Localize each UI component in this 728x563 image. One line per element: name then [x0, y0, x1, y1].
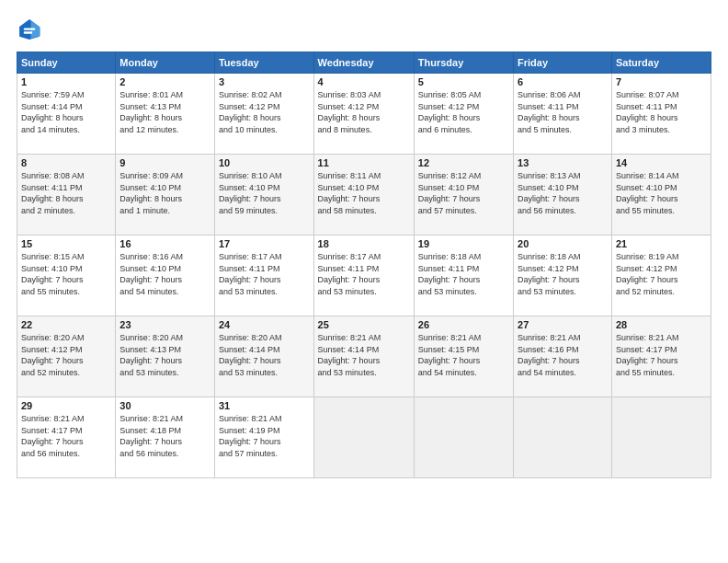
svg-rect-3: [24, 31, 32, 33]
col-header-friday: Friday: [514, 52, 612, 74]
calendar-cell: 31Sunrise: 8:21 AMSunset: 4:19 PMDayligh…: [214, 397, 313, 478]
calendar-cell: 24Sunrise: 8:20 AMSunset: 4:14 PMDayligh…: [214, 316, 313, 397]
day-number: 16: [119, 238, 210, 249]
calendar-cell: 7Sunrise: 8:07 AMSunset: 4:11 PMDaylight…: [611, 74, 711, 155]
svg-rect-2: [24, 28, 35, 29]
day-number: 19: [418, 238, 509, 249]
calendar-cell: 22Sunrise: 8:20 AMSunset: 4:12 PMDayligh…: [17, 316, 116, 397]
calendar-cell: 13Sunrise: 8:13 AMSunset: 4:10 PMDayligh…: [514, 155, 612, 236]
calendar-cell: [611, 397, 711, 478]
day-number: 26: [418, 319, 509, 330]
calendar-cell: 8Sunrise: 8:08 AMSunset: 4:11 PMDaylight…: [17, 155, 116, 236]
day-number: 6: [518, 76, 608, 87]
cell-content: Sunrise: 8:21 AMSunset: 4:19 PMDaylight:…: [219, 413, 310, 459]
day-number: 8: [21, 157, 111, 168]
cell-content: Sunrise: 8:06 AMSunset: 4:11 PMDaylight:…: [518, 89, 608, 135]
cell-content: Sunrise: 8:21 AMSunset: 4:17 PMDaylight:…: [616, 332, 707, 378]
logo-icon: [17, 17, 42, 42]
cell-content: Sunrise: 8:21 AMSunset: 4:15 PMDaylight:…: [418, 332, 509, 378]
cell-content: Sunrise: 8:01 AMSunset: 4:13 PMDaylight:…: [119, 89, 210, 135]
cell-content: Sunrise: 8:07 AMSunset: 4:11 PMDaylight:…: [616, 89, 707, 135]
calendar-header-row: SundayMondayTuesdayWednesdayThursdayFrid…: [17, 52, 711, 74]
day-number: 5: [418, 76, 509, 87]
cell-content: Sunrise: 8:10 AMSunset: 4:10 PMDaylight:…: [219, 170, 310, 216]
day-number: 4: [318, 76, 410, 87]
day-number: 29: [21, 400, 111, 411]
calendar-cell: 21Sunrise: 8:19 AMSunset: 4:12 PMDayligh…: [611, 236, 711, 316]
calendar-week-row: 22Sunrise: 8:20 AMSunset: 4:12 PMDayligh…: [17, 316, 711, 397]
calendar-cell: 5Sunrise: 8:05 AMSunset: 4:12 PMDaylight…: [414, 74, 513, 155]
calendar-week-row: 29Sunrise: 8:21 AMSunset: 4:17 PMDayligh…: [17, 397, 711, 478]
cell-content: Sunrise: 8:21 AMSunset: 4:18 PMDaylight:…: [119, 413, 210, 459]
day-number: 27: [518, 319, 608, 330]
calendar-cell: 28Sunrise: 8:21 AMSunset: 4:17 PMDayligh…: [611, 316, 711, 397]
calendar-cell: 18Sunrise: 8:17 AMSunset: 4:11 PMDayligh…: [313, 236, 414, 316]
cell-content: Sunrise: 8:18 AMSunset: 4:11 PMDaylight:…: [418, 251, 509, 297]
cell-content: Sunrise: 7:59 AMSunset: 4:14 PMDaylight:…: [21, 89, 111, 135]
cell-content: Sunrise: 8:09 AMSunset: 4:10 PMDaylight:…: [119, 170, 210, 216]
col-header-saturday: Saturday: [611, 52, 711, 74]
cell-content: Sunrise: 8:14 AMSunset: 4:10 PMDaylight:…: [616, 170, 707, 216]
day-number: 15: [21, 238, 111, 249]
day-number: 11: [318, 157, 410, 168]
cell-content: Sunrise: 8:17 AMSunset: 4:11 PMDaylight:…: [219, 251, 310, 297]
day-number: 18: [318, 238, 410, 249]
calendar-cell: 3Sunrise: 8:02 AMSunset: 4:12 PMDaylight…: [214, 74, 313, 155]
col-header-monday: Monday: [116, 52, 215, 74]
calendar-cell: 29Sunrise: 8:21 AMSunset: 4:17 PMDayligh…: [17, 397, 116, 478]
header: [17, 17, 711, 42]
day-number: 24: [219, 319, 310, 330]
day-number: 25: [318, 319, 410, 330]
calendar-cell: [313, 397, 414, 478]
calendar-week-row: 15Sunrise: 8:15 AMSunset: 4:10 PMDayligh…: [17, 236, 711, 316]
day-number: 14: [616, 157, 707, 168]
cell-content: Sunrise: 8:21 AMSunset: 4:17 PMDaylight:…: [21, 413, 111, 459]
day-number: 22: [21, 319, 111, 330]
cell-content: Sunrise: 8:05 AMSunset: 4:12 PMDaylight:…: [418, 89, 509, 135]
cell-content: Sunrise: 8:20 AMSunset: 4:12 PMDaylight:…: [21, 332, 111, 378]
calendar-week-row: 8Sunrise: 8:08 AMSunset: 4:11 PMDaylight…: [17, 155, 711, 236]
col-header-sunday: Sunday: [17, 52, 116, 74]
day-number: 28: [616, 319, 707, 330]
logo: [17, 17, 46, 42]
cell-content: Sunrise: 8:21 AMSunset: 4:14 PMDaylight:…: [318, 332, 410, 378]
calendar-cell: 23Sunrise: 8:20 AMSunset: 4:13 PMDayligh…: [116, 316, 215, 397]
col-header-wednesday: Wednesday: [313, 52, 414, 74]
calendar-cell: 30Sunrise: 8:21 AMSunset: 4:18 PMDayligh…: [116, 397, 215, 478]
calendar-cell: 6Sunrise: 8:06 AMSunset: 4:11 PMDaylight…: [514, 74, 612, 155]
calendar-cell: 2Sunrise: 8:01 AMSunset: 4:13 PMDaylight…: [116, 74, 215, 155]
cell-content: Sunrise: 8:03 AMSunset: 4:12 PMDaylight:…: [318, 89, 410, 135]
day-number: 30: [119, 400, 210, 411]
calendar-cell: 27Sunrise: 8:21 AMSunset: 4:16 PMDayligh…: [514, 316, 612, 397]
cell-content: Sunrise: 8:19 AMSunset: 4:12 PMDaylight:…: [616, 251, 707, 297]
calendar-cell: 26Sunrise: 8:21 AMSunset: 4:15 PMDayligh…: [414, 316, 513, 397]
day-number: 21: [616, 238, 707, 249]
day-number: 31: [219, 400, 310, 411]
calendar-cell: 16Sunrise: 8:16 AMSunset: 4:10 PMDayligh…: [116, 236, 215, 316]
calendar-week-row: 1Sunrise: 7:59 AMSunset: 4:14 PMDaylight…: [17, 74, 711, 155]
cell-content: Sunrise: 8:20 AMSunset: 4:14 PMDaylight:…: [219, 332, 310, 378]
calendar-cell: 9Sunrise: 8:09 AMSunset: 4:10 PMDaylight…: [116, 155, 215, 236]
cell-content: Sunrise: 8:13 AMSunset: 4:10 PMDaylight:…: [518, 170, 608, 216]
cell-content: Sunrise: 8:11 AMSunset: 4:10 PMDaylight:…: [318, 170, 410, 216]
cell-content: Sunrise: 8:08 AMSunset: 4:11 PMDaylight:…: [21, 170, 111, 216]
cell-content: Sunrise: 8:18 AMSunset: 4:12 PMDaylight:…: [518, 251, 608, 297]
calendar-cell: 17Sunrise: 8:17 AMSunset: 4:11 PMDayligh…: [214, 236, 313, 316]
calendar-cell: 19Sunrise: 8:18 AMSunset: 4:11 PMDayligh…: [414, 236, 513, 316]
calendar-cell: 1Sunrise: 7:59 AMSunset: 4:14 PMDaylight…: [17, 74, 116, 155]
day-number: 7: [616, 76, 707, 87]
calendar-cell: 15Sunrise: 8:15 AMSunset: 4:10 PMDayligh…: [17, 236, 116, 316]
cell-content: Sunrise: 8:16 AMSunset: 4:10 PMDaylight:…: [119, 251, 210, 297]
page: SundayMondayTuesdayWednesdayThursdayFrid…: [0, 0, 728, 563]
calendar-cell: [514, 397, 612, 478]
calendar-cell: 25Sunrise: 8:21 AMSunset: 4:14 PMDayligh…: [313, 316, 414, 397]
day-number: 20: [518, 238, 608, 249]
col-header-thursday: Thursday: [414, 52, 513, 74]
day-number: 12: [418, 157, 509, 168]
cell-content: Sunrise: 8:02 AMSunset: 4:12 PMDaylight:…: [219, 89, 310, 135]
calendar-cell: 14Sunrise: 8:14 AMSunset: 4:10 PMDayligh…: [611, 155, 711, 236]
col-header-tuesday: Tuesday: [214, 52, 313, 74]
cell-content: Sunrise: 8:20 AMSunset: 4:13 PMDaylight:…: [119, 332, 210, 378]
cell-content: Sunrise: 8:15 AMSunset: 4:10 PMDaylight:…: [21, 251, 111, 297]
calendar-cell: 12Sunrise: 8:12 AMSunset: 4:10 PMDayligh…: [414, 155, 513, 236]
